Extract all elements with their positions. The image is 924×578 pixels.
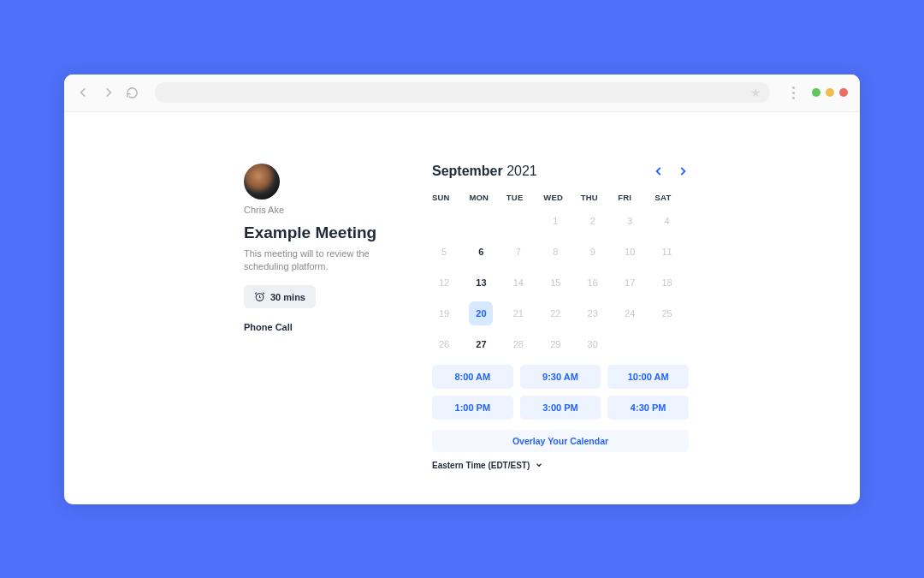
time-slot-button[interactable]: 4:30 PM (607, 396, 689, 420)
calendar-day[interactable]: 21 (506, 301, 530, 325)
dow-label: SAT (655, 193, 689, 202)
next-month-button[interactable] (677, 165, 689, 177)
calendar-week-row: 1234 (432, 209, 689, 233)
calendar-day[interactable]: 8 (543, 240, 567, 264)
calendar-grid: 1234567891011121314151617181920212223242… (432, 209, 689, 356)
browser-menu-button[interactable] (792, 86, 795, 99)
calendar-day[interactable]: 10 (618, 240, 642, 264)
calendar-day[interactable]: 11 (655, 240, 679, 264)
calendar-day[interactable]: 30 (581, 332, 605, 356)
duration-text: 30 mins (270, 292, 305, 302)
calendar-week-row: 19202122232425 (432, 301, 689, 325)
reload-button[interactable] (124, 85, 139, 100)
calendar-day[interactable]: 16 (581, 271, 605, 295)
calendar-day[interactable]: 29 (543, 332, 567, 356)
calendar-day[interactable]: 23 (581, 301, 605, 325)
calendar-day[interactable]: 14 (506, 271, 530, 295)
calendar-week-row: 567891011 (432, 240, 689, 264)
day-of-week-row: SUN MON TUE WED THU FRI SAT (432, 193, 689, 202)
calendar-panel: September 2021 SUN MON TUE WED THU (432, 164, 689, 479)
meeting-type: Phone Call (244, 322, 398, 332)
time-slot-button[interactable]: 9:30 AM (520, 365, 601, 389)
chevron-down-icon (535, 461, 543, 469)
calendar-day[interactable]: 7 (506, 240, 530, 264)
calendar-day[interactable]: 6 (469, 240, 493, 264)
calendar-day[interactable]: 15 (543, 271, 567, 295)
address-bar[interactable]: ★ (155, 82, 770, 103)
calendar-header: September 2021 (432, 164, 689, 179)
calendar-day[interactable]: 12 (432, 271, 456, 295)
calendar-day[interactable]: 28 (506, 332, 530, 356)
overlay-calendar-button[interactable]: Overlay Your Calendar (432, 430, 689, 452)
host-avatar (244, 164, 280, 200)
dow-label: TUE (506, 193, 540, 202)
timezone-label: Eastern Time (EDT/EST) (432, 461, 530, 470)
calendar-day[interactable]: 18 (655, 271, 679, 295)
alarm-clock-icon (254, 291, 265, 302)
calendar-day[interactable]: 22 (543, 301, 567, 325)
month-text: September (432, 164, 503, 178)
window-controls (812, 88, 848, 97)
traffic-light-green[interactable] (812, 88, 820, 97)
forward-button[interactable] (100, 85, 116, 100)
calendar-day[interactable]: 24 (618, 301, 642, 325)
calendar-day[interactable]: 20 (469, 301, 493, 325)
page-content: Chris Ake Example Meeting This meeting w… (64, 112, 860, 504)
time-slot-button[interactable]: 3:00 PM (520, 396, 601, 420)
time-slots: 8:00 AM9:30 AM10:00 AM1:00 PM3:00 PM4:30… (432, 365, 689, 420)
calendar-day[interactable]: 19 (432, 301, 456, 325)
duration-badge: 30 mins (244, 285, 316, 308)
dow-label: SUN (432, 193, 465, 202)
calendar-day[interactable]: 25 (655, 301, 679, 325)
dow-label: MON (469, 193, 502, 202)
meeting-details-panel: Chris Ake Example Meeting This meeting w… (244, 164, 398, 479)
time-slot-button[interactable]: 10:00 AM (607, 365, 689, 389)
meeting-description: This meeting will to review the scheduli… (244, 247, 398, 274)
browser-toolbar: ★ (64, 74, 860, 112)
dow-label: FRI (618, 193, 651, 202)
year-text: 2021 (506, 164, 537, 178)
prev-month-button[interactable] (653, 165, 665, 177)
calendar-day[interactable]: 1 (543, 209, 567, 233)
calendar-day[interactable]: 9 (581, 240, 605, 264)
calendar-day[interactable]: 27 (469, 332, 493, 356)
time-slot-button[interactable]: 1:00 PM (432, 396, 513, 420)
calendar-day[interactable]: 17 (618, 271, 642, 295)
calendar-nav (653, 165, 689, 177)
timezone-selector[interactable]: Eastern Time (EDT/EST) (432, 461, 689, 470)
browser-window: ★ Chris Ake Example Meeting This meeting… (64, 74, 860, 504)
calendar-day[interactable]: 3 (618, 209, 642, 233)
host-name: Chris Ake (244, 205, 398, 215)
calendar-week-row: 12131415161718 (432, 271, 689, 295)
dow-label: THU (581, 193, 614, 202)
calendar-day[interactable]: 2 (581, 209, 605, 233)
calendar-day[interactable]: 26 (432, 332, 456, 356)
time-slot-button[interactable]: 8:00 AM (432, 365, 513, 389)
calendar-day[interactable]: 13 (469, 271, 493, 295)
overlay-label: Overlay Your Calendar (512, 436, 608, 446)
bookmark-star-icon[interactable]: ★ (750, 86, 761, 99)
calendar-day[interactable]: 4 (655, 209, 679, 233)
month-year-label: September 2021 (432, 164, 537, 179)
calendar-day[interactable]: 5 (432, 240, 456, 264)
dow-label: WED (543, 193, 577, 202)
traffic-light-red[interactable] (839, 88, 848, 97)
meeting-title: Example Meeting (244, 223, 398, 242)
back-button[interactable] (76, 85, 92, 100)
traffic-light-yellow[interactable] (826, 88, 834, 97)
calendar-week-row: 2627282930 (432, 332, 689, 356)
